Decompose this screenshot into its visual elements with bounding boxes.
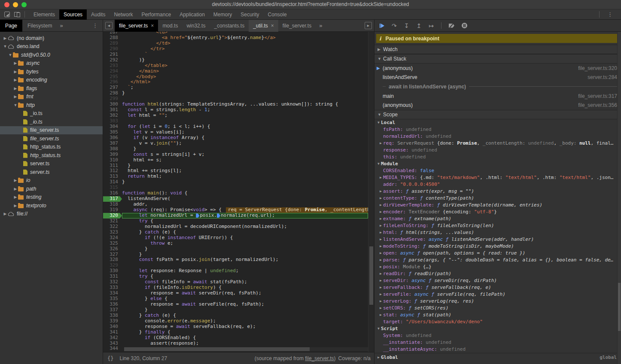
scope-var-servefile[interactable]: ▶serveFile: async ƒ serveFile(req, fileP… — [374, 291, 621, 298]
code-line-content[interactable]: v = v.join(""); — [122, 141, 368, 146]
code-line-content[interactable]: listenAndServe( — [122, 196, 368, 202]
code-line-content[interactable]: try { — [122, 218, 368, 224]
minimize-window-button[interactable] — [13, 2, 18, 7]
show-debugger-panel-icon[interactable]: ▶ — [365, 22, 372, 29]
code-line-304[interactable]: 304 for (let i = 0; i < l; i++) { — [103, 124, 374, 130]
code-line-content[interactable]: } — [122, 91, 368, 96]
tree-item-textproto[interactable]: ▶textproto — [0, 201, 103, 210]
panel-tab-elements[interactable]: Elements — [29, 9, 59, 20]
code-line-293[interactable]: 293 </table> — [103, 63, 374, 69]
code-line-content[interactable]: if (v instanceof Array) { — [122, 135, 368, 141]
scope-section-header[interactable]: ▼ Scope — [374, 110, 621, 119]
code-line-content[interactable]: return html; — [122, 174, 368, 179]
code-line-content[interactable]: let html = ""; — [122, 113, 368, 118]
code-line-content[interactable]: <a href="${entry.url}">${entry.name}</a> — [122, 35, 368, 41]
gutter-line-number[interactable]: 292 — [103, 58, 122, 63]
code-line-301[interactable]: 301 const l = strings.length - 1; — [103, 107, 374, 113]
scope-var-servedir[interactable]: ▶serveDir: async ƒ serveDir(req, dirPath… — [374, 277, 621, 284]
tree-item-http[interactable]: ▼http — [0, 101, 103, 109]
gutter-line-number[interactable]: 310 — [103, 158, 122, 163]
inline-breakpoint-icon[interactable] — [196, 213, 199, 218]
code-line-320[interactable]: 320 let normalizedUrl = posix.normalize(… — [103, 213, 374, 218]
code-line-329[interactable]: 329 — [103, 263, 374, 268]
tree-item-file_server.ts[interactable]: file_server.ts — [0, 126, 103, 135]
panel-tab-sources[interactable]: Sources — [59, 9, 87, 20]
code-line-content[interactable]: <td> — [122, 32, 368, 35]
tab-page[interactable]: Page — [0, 20, 22, 32]
gutter-line-number[interactable]: 306 — [103, 135, 122, 141]
device-toolbar-icon[interactable] — [14, 12, 20, 17]
gutter-line-number[interactable]: 307 — [103, 141, 122, 146]
code-line-298[interactable]: 298} — [103, 91, 374, 96]
code-line-337[interactable]: 337 } — [103, 307, 374, 313]
tree-item-_io.ts[interactable]: _io.ts — [0, 118, 103, 126]
code-line-288[interactable]: 288 <a href="${entry.url}">${entry.name}… — [103, 35, 374, 41]
code-line-341[interactable]: 341 } finally { — [103, 330, 374, 335]
scope-var-corsenabled[interactable]: CORSEnabled: false — [374, 167, 621, 174]
gutter-line-number[interactable]: 323 — [103, 230, 122, 235]
close-tab-icon[interactable]: × — [151, 23, 154, 29]
code-line-content[interactable]: if (CORSEnabled) { — [122, 335, 368, 341]
code-line-306[interactable]: 306 if (v instanceof Array) { — [103, 135, 374, 141]
code-line-303[interactable]: 303 — [103, 118, 374, 124]
inspect-element-icon[interactable] — [4, 12, 10, 17]
code-line-content[interactable]: let response: Response | undefined; — [122, 268, 368, 274]
gutter-line-number[interactable]: 308 — [103, 146, 122, 152]
code-line-content[interactable]: } finally { — [122, 330, 368, 335]
tree-item-fmt[interactable]: ▶fmt — [0, 93, 103, 101]
scope-section-local[interactable]: ▼Local — [374, 119, 621, 126]
code-line-302[interactable]: 302 let html = ""; — [103, 113, 374, 118]
scope-var-html[interactable]: ▶html: ƒ html(strings, ...values) — [374, 229, 621, 236]
code-line-content[interactable]: `; — [122, 85, 368, 91]
code-line-340[interactable]: 340 response = await serveFallback(req, … — [103, 324, 374, 330]
navigator-menu-icon[interactable]: ⋮ — [88, 22, 103, 29]
gutter-line-number[interactable]: 339 — [103, 318, 122, 324]
call-stack-frame-listenandserve[interactable]: listenAndServeserver.ts:284 — [374, 73, 621, 82]
resume-script-button[interactable] — [380, 24, 384, 28]
panel-tab-console[interactable]: Console — [264, 9, 291, 20]
code-line-311[interactable]: 311 } — [103, 163, 374, 169]
code-line-content[interactable] — [122, 96, 368, 102]
code-line-content[interactable]: const s = strings[i] + v; — [122, 152, 368, 158]
tab-scroll-left-icon[interactable]: ◀ — [105, 22, 113, 29]
tree-item-testing[interactable]: ▶testing — [0, 193, 103, 202]
scope-var-listenandserve[interactable]: ▶listenAndServe: async ƒ listenAndServe(… — [374, 236, 621, 243]
scope-var-readdir[interactable]: ▶readDir: ƒ readDir(path) — [374, 270, 621, 277]
code-line-content[interactable]: </table> — [122, 63, 368, 69]
step-button[interactable]: ↦ — [429, 23, 434, 29]
editor-tab-_constants.ts[interactable]: _constants.ts — [210, 20, 249, 32]
code-line-294[interactable]: 294 </main> — [103, 69, 374, 74]
code-line-335[interactable]: 335 } else { — [103, 296, 374, 302]
gutter-line-number[interactable]: 340 — [103, 324, 122, 330]
gutter-line-number[interactable]: 303 — [103, 118, 122, 124]
panel-tab-application[interactable]: Application — [175, 9, 209, 20]
scope-section-script[interactable]: ▼Script — [374, 325, 621, 332]
code-line-content[interactable]: </html> — [122, 79, 368, 85]
tree-item-http_status.ts[interactable]: http_status.ts — [0, 143, 103, 152]
tree-item-std-v0.50.0[interactable]: ▼std@v0.50.0 — [0, 51, 103, 59]
scope-var-dirviewertemplate[interactable]: ▶dirViewerTemplate: ƒ dirViewerTemplate(… — [374, 202, 621, 209]
zoom-window-button[interactable] — [21, 2, 27, 7]
code-line-287[interactable]: 287 <td> — [103, 32, 374, 35]
code-line-310[interactable]: 310 html += s; — [103, 158, 374, 163]
code-line-334[interactable]: 334 response = await serveDir(req, fsPat… — [103, 291, 374, 296]
pretty-print-icon[interactable]: {} — [103, 355, 117, 361]
code-line-330[interactable]: 330 let response: Response | undefined; — [103, 268, 374, 274]
gutter-line-number[interactable]: 309 — [103, 152, 122, 158]
tree-item-_io.ts[interactable]: _io.ts — [0, 109, 103, 118]
tab-filesystem[interactable]: Filesystem — [22, 20, 57, 32]
code-line-292[interactable]: 292 )} — [103, 58, 374, 63]
scope-section-global[interactable]: ▶Globalglobal — [374, 353, 621, 361]
gutter-line-number[interactable]: 316 — [103, 191, 122, 196]
code-line-318[interactable]: 318 addr, — [103, 202, 374, 207]
tree-item-async[interactable]: ▶async — [0, 59, 103, 68]
code-line-326[interactable]: 326 } — [103, 246, 374, 252]
code-line-299[interactable]: 299 — [103, 96, 374, 102]
editor-tab-file_server.ts[interactable]: file_server.ts× — [115, 20, 158, 32]
code-line-321[interactable]: 321 try { — [103, 218, 374, 224]
code-line-content[interactable]: </body> — [122, 74, 368, 80]
panel-tab-memory[interactable]: Memory — [209, 9, 236, 20]
code-line-content[interactable]: function main(): void { — [122, 191, 368, 196]
code-line-content[interactable] — [122, 185, 368, 191]
code-line-content[interactable]: </tr> — [122, 46, 368, 52]
